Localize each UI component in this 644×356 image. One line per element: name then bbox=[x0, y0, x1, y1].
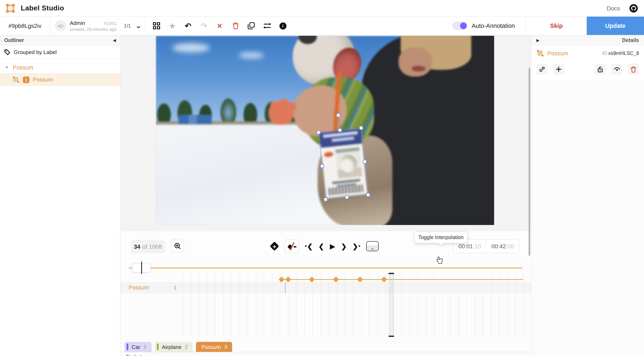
play-button[interactable]: ▶ bbox=[330, 242, 335, 251]
resize-handle[interactable] bbox=[359, 126, 363, 130]
keyframe-diamond[interactable] bbox=[333, 277, 339, 282]
keyframe-diamond[interactable] bbox=[357, 277, 363, 282]
settings-sliders-button[interactable] bbox=[262, 21, 272, 30]
timeline-gridline bbox=[385, 274, 386, 336]
lock-region-button[interactable] bbox=[594, 64, 606, 75]
task-id[interactable]: #9pb8Lgs2iv bbox=[0, 17, 50, 35]
resize-handle[interactable] bbox=[324, 197, 328, 202]
docs-link[interactable]: Docs bbox=[607, 5, 620, 12]
delete-annotation-button[interactable] bbox=[231, 21, 240, 30]
outliner-panel: Outliner ◀ Grouped by Label ▼ Possum 1 P… bbox=[0, 35, 120, 356]
next-keyframe-button[interactable]: ❯• bbox=[352, 242, 360, 250]
rotate-handle[interactable] bbox=[336, 113, 340, 117]
tree-expand-icon[interactable]: ▼ bbox=[5, 65, 9, 69]
chevron-down-icon: ⌄ bbox=[367, 245, 378, 251]
keyframe-diamond[interactable] bbox=[381, 277, 387, 282]
resize-handle[interactable] bbox=[316, 130, 321, 134]
region-bounding-box[interactable] bbox=[318, 128, 368, 200]
current-frame[interactable]: 34 bbox=[134, 243, 140, 250]
timeline-gridline bbox=[312, 274, 313, 336]
label-airplane[interactable]: Airplane 2 bbox=[155, 342, 193, 352]
keyframe-diamond[interactable] bbox=[285, 277, 291, 282]
delete-region-button[interactable] bbox=[628, 64, 639, 75]
chevron-down-icon[interactable]: ⌄ bbox=[135, 23, 142, 29]
add-relation-button[interactable] bbox=[553, 64, 564, 75]
prev-keyframe-button[interactable]: •❮ bbox=[305, 242, 313, 250]
keyframe-span-line bbox=[282, 279, 523, 280]
timeline-gridline bbox=[491, 274, 491, 336]
timeline: Possum 1 bbox=[120, 274, 531, 336]
timeline-gridline bbox=[215, 274, 216, 336]
timeline-track-label[interactable]: Possum bbox=[129, 282, 149, 293]
keyframe-diamond[interactable] bbox=[278, 277, 284, 282]
github-icon[interactable] bbox=[629, 4, 638, 13]
timeline-gridline bbox=[361, 274, 362, 336]
expand-panel-icon[interactable]: ▶ bbox=[536, 38, 539, 42]
reset-button[interactable]: ✕ bbox=[215, 21, 224, 30]
prev-frame-button[interactable]: ❮ bbox=[318, 242, 324, 250]
redo-button[interactable]: ↷ bbox=[199, 21, 208, 30]
timeline-gridline bbox=[296, 274, 297, 336]
timeline-gridline bbox=[442, 274, 442, 336]
skip-button[interactable]: Skip bbox=[526, 17, 587, 35]
resize-handle[interactable] bbox=[366, 193, 370, 197]
keyframe-diamond[interactable] bbox=[309, 277, 314, 282]
resize-handle[interactable] bbox=[345, 195, 349, 199]
star-button[interactable]: ★ bbox=[168, 21, 177, 30]
duplicate-button[interactable] bbox=[247, 21, 256, 30]
outliner-region-possum[interactable]: 1 Possum bbox=[0, 73, 120, 86]
annotation-selector[interactable]: AD Admin #1001 created, 23 minutes ago 1… bbox=[50, 17, 145, 35]
hotkey: 1 bbox=[144, 344, 146, 350]
region-bbox-icon bbox=[536, 50, 544, 57]
seek-bar[interactable] bbox=[120, 262, 531, 274]
timeline-gridline bbox=[450, 274, 451, 336]
auto-annotation-label: Auto-Annotation bbox=[472, 23, 515, 29]
timeline-grid[interactable] bbox=[183, 274, 523, 336]
vertical-scrollbar[interactable] bbox=[528, 68, 530, 256]
auto-annotation-control: Auto-Annotation bbox=[452, 17, 526, 35]
resize-handle[interactable] bbox=[320, 164, 324, 168]
hide-region-button[interactable] bbox=[611, 64, 622, 75]
timeline-gridline bbox=[264, 274, 264, 336]
toggle-interpolation-button[interactable] bbox=[285, 239, 299, 253]
update-button[interactable]: Update bbox=[587, 17, 644, 35]
main-area: 34 of 1008 + •❮ ❮ ▶ ❯ ❯• bbox=[120, 35, 531, 356]
resize-handle[interactable] bbox=[338, 128, 342, 132]
collapse-panel-icon[interactable]: ◀ bbox=[113, 38, 116, 42]
avatar: AD bbox=[55, 20, 66, 31]
next-frame-button[interactable]: ❯ bbox=[341, 242, 347, 250]
label-studio-app: Label Studio Docs #9pb8Lgs2iv AD Admin #… bbox=[0, 0, 644, 356]
frame-counter[interactable]: 34 of 1008 bbox=[131, 240, 165, 253]
timeline-gridline bbox=[256, 274, 256, 336]
timeline-playhead[interactable] bbox=[389, 273, 394, 337]
timeline-gridline bbox=[369, 274, 370, 336]
timeline-gridline bbox=[345, 274, 345, 336]
views-grid-button[interactable] bbox=[152, 21, 161, 30]
label-possum-selected[interactable]: Possum 3 bbox=[196, 342, 232, 352]
hand-cursor bbox=[436, 256, 444, 265]
outliner-group-possum[interactable]: ▼ Possum bbox=[0, 62, 120, 73]
resize-handle[interactable] bbox=[363, 159, 367, 163]
seek-playhead[interactable] bbox=[141, 262, 142, 274]
relations-link-button[interactable] bbox=[536, 64, 548, 75]
label-studio-logo-icon bbox=[6, 4, 15, 13]
auto-annotation-toggle[interactable] bbox=[452, 22, 468, 30]
outliner-title: Outliner bbox=[4, 37, 24, 43]
total-time: 00:42:00 bbox=[486, 240, 519, 253]
timeline-gridline bbox=[458, 274, 459, 336]
region-label: Possum bbox=[33, 77, 53, 83]
video-frame[interactable] bbox=[156, 36, 494, 225]
timeline-gridline bbox=[223, 274, 224, 336]
add-keyframe-button[interactable]: + bbox=[270, 242, 279, 251]
zoom-in-button[interactable] bbox=[171, 239, 184, 252]
collapse-timeline-button[interactable]: ⌄ bbox=[366, 241, 379, 251]
timeline-gridline bbox=[515, 274, 516, 336]
label-car[interactable]: Car 1 bbox=[124, 342, 151, 352]
video-scene bbox=[156, 36, 494, 225]
seek-track[interactable] bbox=[129, 267, 522, 269]
grouping-selector[interactable]: Grouped by Label bbox=[0, 45, 120, 59]
app-title: Label Studio bbox=[21, 4, 64, 12]
info-button[interactable]: i bbox=[278, 21, 287, 30]
details-region-label: Possum bbox=[547, 50, 568, 57]
undo-button[interactable]: ↶ bbox=[184, 21, 193, 30]
